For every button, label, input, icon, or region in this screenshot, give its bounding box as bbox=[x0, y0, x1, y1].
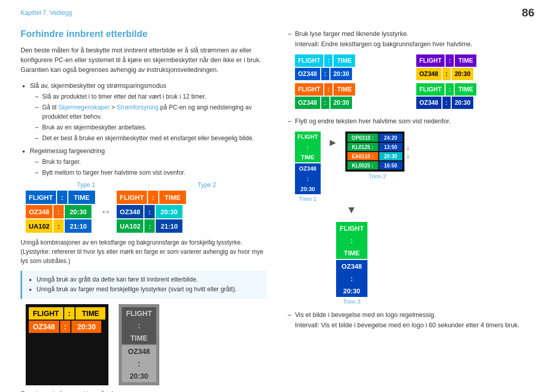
dark-time: TIME bbox=[76, 307, 105, 320]
mb3-oz348: OZ348 bbox=[295, 97, 320, 109]
gray-2030: 20:30 bbox=[122, 370, 156, 382]
list-item-1: Slå av, skjermbeskytter og strømsparings… bbox=[30, 81, 267, 143]
dark-colon2: : bbox=[60, 321, 71, 333]
trinn1-label: Trinn 1 bbox=[299, 196, 317, 202]
gray-time: TIME bbox=[122, 332, 156, 344]
bottom-boards-row: FLIGHT : TIME OZ348 : 20:30 FLIGHT : TIM… bbox=[21, 304, 267, 385]
mb2-oz348: OZ348 bbox=[416, 68, 441, 80]
t1-oz348: OZ348 bbox=[26, 205, 52, 218]
mb1-time: TIME bbox=[334, 54, 355, 67]
mb1-oz348: OZ348 bbox=[295, 68, 320, 80]
t1-colon1: : bbox=[57, 191, 67, 204]
gray-colon2: : bbox=[122, 358, 156, 370]
t2s-row2-right: 13:50 bbox=[379, 143, 402, 151]
t2-2110: 21:10 bbox=[156, 219, 182, 233]
trinn1-board: FLIGHT : TIME OZ348 : 20:30 bbox=[295, 132, 321, 194]
t1s-2030: 20:30 bbox=[295, 184, 321, 194]
t2-oz348: OZ348 bbox=[117, 205, 143, 218]
t1-colon2: : bbox=[53, 205, 64, 218]
trinn1-col: FLIGHT : TIME OZ348 : 20:30 Trinn 1 bbox=[295, 132, 321, 202]
t2s-row3-right: 20:30 bbox=[379, 152, 402, 160]
t1-flight-cell: FLIGHT bbox=[26, 191, 56, 204]
t2s-row2-left: KL0125 : bbox=[347, 143, 378, 151]
mb2-2030: 20:30 bbox=[452, 68, 474, 80]
note-item-1: Unngå bruk av grått da dette kan føre ti… bbox=[36, 275, 261, 285]
mb4-colon1: : bbox=[446, 83, 454, 96]
t1-2110: 21:10 bbox=[65, 219, 91, 233]
swap-arrow-icon: ↔ bbox=[100, 205, 112, 218]
right-bullet-3: Vis et bilde i bevegelse med en logo reg… bbox=[288, 310, 534, 330]
t2s-row1-right: 24:20 bbox=[379, 134, 402, 142]
t3s-colon2: : bbox=[336, 272, 367, 285]
list-item-2: Regelmessig fargeendring Bruk to farger.… bbox=[30, 146, 267, 177]
t2-2030: 20:30 bbox=[156, 205, 182, 218]
mb1-colon2: : bbox=[321, 68, 329, 80]
trinn3-row: FLIGHT : TIME OZ348 : 20:30 Trinn 3 bbox=[336, 218, 534, 305]
right-dash-list-3: Vis et bilde i bevegelse med en logo reg… bbox=[288, 310, 534, 330]
type-labels: Type 1 Type 2 bbox=[21, 181, 267, 189]
main-list: Slå av, skjermbeskytter og strømsparings… bbox=[21, 81, 267, 177]
note-item-2: Unngå bruk av farger med forskjellige ly… bbox=[36, 285, 261, 294]
t3s-2030: 20:30 bbox=[336, 285, 367, 297]
t2-ua102: UA102 bbox=[117, 219, 143, 233]
mb2-flight: FLIGHT bbox=[416, 54, 445, 67]
mini-board-1: FLIGHT : TIME OZ348 : 20:30 bbox=[295, 54, 413, 80]
mb3-2030: 20:30 bbox=[330, 97, 353, 109]
trinn3-label: Trinn 3 bbox=[343, 298, 361, 305]
t1s-colon2: : bbox=[295, 174, 321, 184]
right-dash-list-2: Flytt og endre teksten hver halvtime som… bbox=[288, 116, 534, 126]
link-skjermegenskaper[interactable]: Skjermegenskaper bbox=[58, 104, 109, 111]
t1-colon3: : bbox=[53, 219, 64, 233]
right-column: Bruk lyse farger med liknende lysstyrke.… bbox=[288, 29, 534, 392]
t1s-time: TIME bbox=[295, 152, 321, 162]
gray-oz348: OZ348 bbox=[122, 345, 156, 358]
step-arrow-right: ► bbox=[328, 137, 338, 148]
mb4-colon2: : bbox=[442, 97, 451, 109]
page-number: 86 bbox=[522, 6, 534, 20]
mb1-colon1: : bbox=[324, 54, 332, 67]
trinn2-col: OP0310 : 24:20 KL0125 : 13:50 EA0110 : 2… bbox=[345, 132, 410, 179]
t2-time-cell: TIME bbox=[159, 191, 186, 204]
mini-board-4: FLIGHT : TIME OZ348 : 20:30 bbox=[416, 83, 534, 109]
type1-board: FLIGHT : TIME OZ348 : 20:30 UA102 : 21:1… bbox=[26, 191, 95, 233]
mb4-oz348: OZ348 bbox=[416, 97, 441, 109]
mb4-time: TIME bbox=[455, 83, 476, 96]
t1s-colon1: : bbox=[295, 142, 321, 152]
down-arrows: ↓ ↓ bbox=[406, 143, 410, 160]
trinn3-board: FLIGHT : TIME OZ348 : 20:30 bbox=[336, 222, 367, 297]
right-bullet-2: Flytt og endre teksten hver halvtime som… bbox=[288, 116, 534, 126]
gray-colon1: : bbox=[122, 320, 156, 332]
mb2-colon1: : bbox=[446, 54, 454, 67]
t2-colon1: : bbox=[148, 191, 158, 204]
right-dash-list: Bruk lyse farger med liknende lysstyrke.… bbox=[288, 29, 534, 49]
t1s-flight: FLIGHT bbox=[295, 132, 321, 142]
t2s-row1-left: OP0310 : bbox=[347, 134, 378, 142]
link-stromforsyning[interactable]: Strømforsyning bbox=[117, 104, 158, 111]
t2-colon3: : bbox=[144, 219, 155, 233]
step-arrow-down: ▼ bbox=[346, 204, 534, 216]
mb3-colon2: : bbox=[321, 97, 329, 109]
t2-flight-cell: FLIGHT bbox=[117, 191, 147, 204]
t3s-oz348: OZ348 bbox=[336, 260, 367, 272]
mb1-2030: 20:30 bbox=[330, 68, 353, 80]
t2s-row3-left: EA0110 : bbox=[347, 152, 378, 160]
gray-flight: FLIGHT bbox=[122, 307, 156, 320]
avoid-text: Unngå kombinasjoner av en tekstfarge og … bbox=[21, 238, 267, 266]
gray-board: FLIGHT : TIME OZ348 : 20:30 bbox=[119, 304, 159, 385]
note-box: Unngå bruk av grått da dette kan føre ti… bbox=[21, 271, 267, 298]
t1-time-cell: TIME bbox=[68, 191, 95, 204]
mb3-time: TIME bbox=[334, 83, 355, 96]
type1-label: Type 1 bbox=[77, 181, 95, 189]
intro-text: Den beste måten for å beskytte mot innbr… bbox=[21, 46, 267, 74]
t3s-time: TIME bbox=[336, 247, 367, 259]
chapter-label: Kapittel 7. Vedlegg bbox=[21, 9, 72, 16]
t1-2030: 20:30 bbox=[65, 205, 91, 218]
mini-board-3: FLIGHT : TIME OZ348 : 20:30 bbox=[295, 83, 413, 109]
section-title: Forhindre innbrent etterbilde bbox=[21, 29, 267, 40]
dark-2030: 20:30 bbox=[71, 321, 101, 333]
t3s-flight: FLIGHT bbox=[336, 222, 367, 234]
left-column: Forhindre innbrent etterbilde Den beste … bbox=[21, 29, 267, 392]
boards-2x2: FLIGHT : TIME OZ348 : 20:30 FLIGHT : TIM… bbox=[295, 54, 534, 109]
t1-ua102: UA102 bbox=[26, 219, 52, 233]
trinn2-board: OP0310 : 24:20 KL0125 : 13:50 EA0110 : 2… bbox=[345, 132, 404, 172]
